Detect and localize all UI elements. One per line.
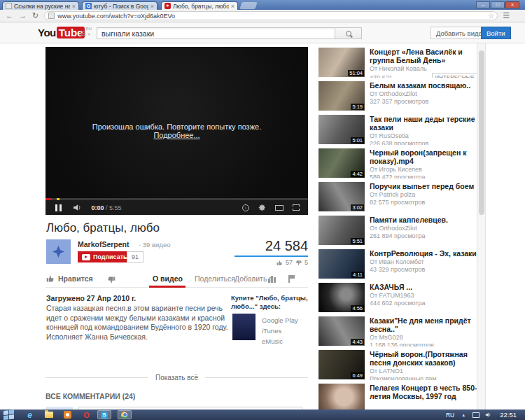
- pause-icon[interactable]: [55, 204, 62, 211]
- suggested-video-item[interactable]: 5:51 Памяти каппелевцев. От OrthodoxZilo…: [318, 216, 478, 246]
- buy-link-google-play[interactable]: Google Play: [262, 315, 298, 326]
- suggested-video-item[interactable]: 4:11 КонтрРеволюция - Эх, казаки От Иван…: [318, 249, 478, 279]
- suggested-video-title[interactable]: Казаки"Не для меня придёт весна..": [370, 316, 478, 333]
- taskbar-clock[interactable]: 22:51: [500, 411, 517, 419]
- suggested-video-title[interactable]: Памяти каппелевцев.: [370, 216, 478, 224]
- browser-menu-icon[interactable]: ☰: [503, 11, 510, 20]
- buy-link-itunes[interactable]: iTunes: [262, 326, 298, 336]
- forward-icon[interactable]: →: [19, 12, 27, 20]
- album-art[interactable]: [232, 314, 255, 340]
- minimize-button[interactable]: –: [476, 1, 490, 8]
- video-category-badge[interactable]: ИНТЕРЕСНЫЕ: [432, 73, 478, 78]
- tab-close-icon[interactable]: ×: [150, 4, 154, 9]
- media-player-icon[interactable]: [63, 410, 72, 419]
- like-button[interactable]: Нравится: [46, 274, 93, 283]
- time-display: 0:00 / 5:55: [92, 204, 122, 211]
- show-all-button[interactable]: Показать всё: [46, 374, 308, 382]
- suggested-video-title[interactable]: Чёрный ворон.(Протяжная песня донских ка…: [370, 350, 478, 367]
- guide-button[interactable]: ☰ ▾: [80, 29, 90, 37]
- video-player[interactable]: Произошла ошибка. Повторите попытку позж…: [46, 47, 308, 215]
- video-thumbnail[interactable]: [318, 384, 365, 413]
- network-icon[interactable]: [472, 412, 479, 418]
- opera-icon[interactable]: O: [82, 410, 91, 419]
- suggested-video-item[interactable]: 5:19 Белым казакам посвящаю.. От Orthodo…: [318, 81, 478, 111]
- new-tab-button[interactable]: [239, 2, 257, 9]
- suggested-video-item[interactable]: 3:02 Поручик выпьет перед боем От Patric…: [318, 182, 478, 212]
- suggested-video-item[interactable]: 6:49 Чёрный ворон.(Протяжная песня донск…: [318, 350, 478, 380]
- skype-taskbar-button[interactable]: S: [97, 410, 111, 419]
- channel-name[interactable]: MarkofSerpent: [78, 240, 130, 248]
- suggested-video-item[interactable]: 51:04 Концерт «Лена Василёк и группа Бел…: [318, 48, 478, 78]
- tab-add-to[interactable]: Добавить в: [234, 274, 273, 283]
- suggested-video-title[interactable]: КонтрРеволюция - Эх, казаки: [370, 249, 478, 258]
- signin-button[interactable]: Войти: [481, 27, 511, 39]
- internet-explorer-icon[interactable]: e: [25, 410, 34, 419]
- suggested-video-title[interactable]: Концерт «Лена Василёк и группа Белый Ден…: [370, 48, 478, 64]
- search-button[interactable]: [335, 27, 362, 39]
- suggested-video-title[interactable]: Пелагея Концерт в честь 850-летия Москвы…: [370, 384, 478, 400]
- reload-icon[interactable]: ↻: [32, 12, 38, 20]
- tab-about[interactable]: О видео: [153, 274, 183, 283]
- video-thumbnail[interactable]: 4:42: [318, 148, 365, 178]
- browser-tab-active[interactable]: Любо, братцы, любо - Yo... ×: [161, 1, 238, 10]
- suggested-video-title[interactable]: Белым казакам посвящаю..: [370, 81, 478, 90]
- settings-gear-icon[interactable]: [258, 202, 266, 214]
- scrollbar-thumb[interactable]: [479, 50, 484, 215]
- suggested-video-title[interactable]: Так пели наши деды терские казаки: [370, 115, 478, 132]
- suggested-video-views: 439 621: [370, 74, 393, 78]
- url-text[interactable]: www.youtube.com/watch?v=oXjd6ak0EVo: [57, 13, 493, 20]
- address-bar[interactable]: www.youtube.com/watch?v=oXjd6ak0EVo: [44, 11, 498, 20]
- tab-close-icon[interactable]: ×: [72, 4, 76, 9]
- suggested-video-views: 327 357 просмотров: [370, 98, 428, 105]
- tab-share[interactable]: Поделиться: [195, 274, 235, 283]
- suggested-video-item[interactable]: 5:01 Так пели наши деды терские казаки О…: [318, 115, 478, 145]
- video-thumbnail[interactable]: 4:11: [318, 249, 365, 279]
- close-button[interactable]: ×: [505, 1, 519, 8]
- browser-tab-2[interactable]: G ютуб - Поиск в Google ×: [82, 1, 158, 10]
- buy-box: Купите "Любо, братцы, любо..." здесь: Go…: [231, 294, 308, 311]
- tray-expand-icon[interactable]: ▲: [461, 413, 465, 417]
- statistics-icon[interactable]: [268, 276, 276, 283]
- fullscreen-icon[interactable]: [293, 204, 300, 211]
- suggested-video-title[interactable]: Черный ворон(запрещен к показу).mp4: [370, 148, 478, 165]
- chrome-taskbar-button[interactable]: [118, 410, 132, 419]
- suggested-video-item[interactable]: 4:56 КАЗАЧЬЯ ... От FATUM1963 444 602 пр…: [318, 283, 478, 313]
- error-details-link[interactable]: Подробнее...: [153, 131, 200, 139]
- video-thumbnail[interactable]: 4:56: [318, 283, 365, 312]
- error-text: Произошла ошибка. Повторите попытку позж…: [46, 122, 308, 131]
- video-duration-badge: 4:42: [351, 171, 364, 177]
- video-thumbnail[interactable]: 4:43: [318, 316, 365, 346]
- start-button[interactable]: [4, 409, 15, 420]
- browser-tab-1[interactable]: Ссылки на руские народ... ×: [2, 1, 79, 10]
- video-thumbnail[interactable]: 5:51: [318, 216, 365, 245]
- language-indicator[interactable]: RU: [446, 412, 454, 419]
- volume-icon[interactable]: [73, 204, 82, 211]
- video-thumbnail[interactable]: 51:04: [318, 48, 365, 77]
- maximize-button[interactable]: □: [491, 1, 505, 8]
- file-explorer-icon[interactable]: [44, 410, 53, 419]
- search-input[interactable]: [97, 27, 339, 39]
- suggested-video-item[interactable]: 4:42 Черный ворон(запрещен к показу).mp4…: [318, 148, 478, 178]
- suggested-video-title[interactable]: КАЗАЧЬЯ ...: [370, 283, 478, 291]
- subscriber-count[interactable]: 91: [127, 251, 144, 262]
- channel-avatar[interactable]: [46, 239, 71, 264]
- video-thumbnail[interactable]: 5:01: [318, 115, 365, 144]
- back-icon[interactable]: ←: [6, 12, 13, 20]
- suggested-video-item[interactable]: 4:43 Казаки"Не для меня придёт весна.." …: [318, 316, 478, 346]
- page-scrollbar[interactable]: [477, 43, 486, 410]
- video-description: Загружено 27 Апр 2010 г. Старая казацкая…: [46, 288, 308, 358]
- video-area[interactable]: Произошла ошибка. Повторите попытку позж…: [46, 47, 308, 198]
- video-thumbnail[interactable]: 6:49: [318, 350, 365, 379]
- suggested-video-title[interactable]: Поручик выпьет перед боем: [370, 182, 478, 190]
- dislike-button[interactable]: [107, 274, 115, 287]
- video-thumbnail[interactable]: 3:02: [318, 182, 365, 211]
- widescreen-icon[interactable]: [275, 205, 284, 211]
- tab-close-icon[interactable]: ×: [231, 4, 234, 9]
- annotations-icon[interactable]: i: [242, 204, 249, 211]
- buy-link-emusic[interactable]: eMusic: [262, 336, 298, 346]
- video-thumbnail[interactable]: 5:19: [318, 81, 365, 111]
- video-duration-badge: 5:19: [351, 104, 364, 110]
- flag-icon[interactable]: [288, 275, 295, 283]
- speaker-icon[interactable]: [485, 412, 491, 418]
- bookmark-star-icon[interactable]: ☆: [488, 12, 494, 20]
